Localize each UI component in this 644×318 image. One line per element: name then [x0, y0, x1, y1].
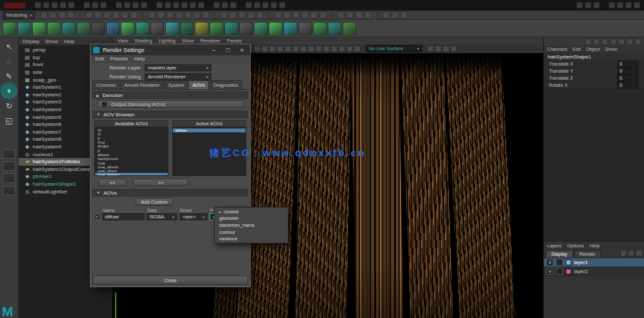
move-left-button[interactable]: << [98, 179, 127, 186]
denoiser-checkbox-row[interactable]: Output Denoising AOVs [97, 100, 244, 108]
statusline-icon[interactable] [85, 12, 93, 19]
titlebar-icon[interactable] [593, 2, 600, 8]
titlebar-icon[interactable] [100, 2, 107, 8]
viewport-toolbar-icon[interactable] [346, 46, 353, 52]
shelf-icon[interactable] [76, 22, 90, 35]
viewport-toolbar-icon[interactable] [277, 46, 283, 52]
aov-driver-dropdown[interactable]: <exr> ▾ [179, 213, 208, 220]
statusline-icon[interactable] [247, 12, 255, 19]
live-surface-dropdown[interactable]: No Live Surface ▾ [366, 45, 422, 52]
panel-toolbar-icon[interactable] [618, 39, 625, 45]
channel-row[interactable]: Translate Z0 [544, 75, 644, 82]
channelbox-menu-item[interactable]: Edit [573, 46, 581, 52]
outliner-menu-item[interactable]: Help [64, 39, 74, 44]
layer-editor-icon[interactable] [620, 250, 627, 256]
shelf-icon[interactable] [343, 22, 356, 35]
denoiser-section-header[interactable]: ▶ Denoiser [93, 91, 248, 99]
viewport-toolbar-icon[interactable] [354, 46, 361, 52]
panel-toolbar-icon[interactable] [593, 39, 600, 45]
layer-menu-item[interactable]: Layers [547, 243, 562, 249]
dialog-tab-arnold-renderer[interactable]: Arnold Renderer [120, 80, 163, 89]
layer-playback-toggle[interactable] [556, 259, 563, 266]
statusline-icon[interactable] [40, 12, 48, 19]
titlebar-icon[interactable] [181, 2, 188, 8]
statusline-icon[interactable] [346, 12, 353, 19]
statusline-icon[interactable] [112, 12, 120, 19]
titlebar-icon[interactable] [577, 2, 583, 8]
viewport-toolbar-icon[interactable] [254, 46, 260, 52]
viewport-toolbar-icon[interactable] [443, 46, 449, 52]
statusline-icon[interactable] [175, 12, 183, 19]
viewport-toolbar-icon[interactable] [292, 46, 299, 52]
titlebar-icon[interactable] [213, 2, 220, 8]
shelf-icon[interactable] [150, 22, 164, 35]
statusline-icon[interactable] [103, 12, 111, 19]
shelf-icon[interactable] [328, 22, 341, 35]
viewport-toolbar-icon[interactable] [331, 46, 337, 52]
statusline-icon[interactable] [49, 12, 57, 19]
aov-data-dropdown[interactable]: RGBA ▾ [147, 213, 177, 220]
viewport-toolbar-icon[interactable] [269, 46, 276, 52]
viewport-toolbar-icon[interactable] [308, 46, 314, 52]
available-aov-list[interactable]: IDNPPrefRGBAZalbedobackgroundcoatcoat_al… [94, 127, 168, 176]
channelbox-menu-item[interactable]: Channels [547, 46, 568, 52]
layer-row[interactable]: Vlayer1 [544, 258, 644, 267]
statusline-icon[interactable] [319, 12, 326, 19]
viewport-menu-item[interactable]: Panels [227, 38, 242, 44]
shelf-icon[interactable] [136, 22, 149, 35]
panel-toolbar-icon[interactable] [602, 39, 608, 45]
aov-name-field[interactable]: diffuse [102, 213, 145, 220]
viewport-menu-item[interactable]: Shading [134, 38, 152, 44]
viewport-toolbar-icon[interactable] [316, 46, 322, 52]
viewport-menu-item[interactable]: View [118, 38, 128, 44]
paint-select-tool[interactable]: ✎ [2, 69, 16, 83]
titlebar-icon[interactable] [165, 2, 171, 8]
aov-list-item[interactable]: coat_indirect [95, 173, 168, 176]
shelf-icon[interactable] [269, 22, 282, 35]
panel-layout-button[interactable] [3, 149, 15, 159]
dialog-tab-diagnostics[interactable]: Diagnostics [210, 80, 242, 89]
titlebar-icon[interactable] [190, 2, 196, 8]
channelbox-menu-item[interactable]: Show [605, 46, 617, 52]
statusline-icon[interactable] [94, 12, 102, 19]
statusline-icon[interactable] [220, 12, 228, 19]
viewport-toolbar-icon[interactable] [427, 46, 434, 52]
titlebar-icon[interactable] [222, 2, 228, 8]
statusline-icon[interactable] [391, 12, 398, 19]
shelf-icon[interactable] [283, 22, 297, 35]
viewport-toolbar-icon[interactable] [262, 46, 268, 52]
layer-playback-toggle[interactable] [556, 268, 563, 275]
maximize-button[interactable]: □ [222, 46, 233, 54]
popup-menu-item[interactable]: variance [215, 235, 288, 242]
layer-visibility-toggle[interactable]: V [546, 268, 553, 275]
popup-menu-item[interactable]: contour [215, 229, 288, 236]
layer-tab-render[interactable]: Render [574, 250, 602, 258]
layer-tab-display[interactable]: Display [546, 250, 573, 258]
shelf-icon[interactable] [224, 22, 238, 35]
layer-menu-item[interactable]: Options [568, 243, 584, 249]
minimize-button[interactable]: – [208, 46, 219, 54]
panel-layout-button[interactable] [3, 186, 15, 195]
channelbox-menu-item[interactable]: Object [586, 46, 600, 52]
select-tool[interactable]: ↖ [2, 40, 16, 53]
shelf-icon[interactable] [32, 22, 46, 35]
shelf-icon[interactable] [313, 22, 326, 35]
layer-color-swatch[interactable] [566, 269, 571, 274]
channel-row[interactable]: Rotate X0 [544, 82, 644, 89]
shelf-icon[interactable] [17, 22, 31, 35]
shelf-icon[interactable] [195, 22, 208, 35]
titlebar-icon[interactable] [92, 2, 98, 8]
statusline-icon[interactable] [67, 12, 75, 19]
move-right-button[interactable]: >> [133, 179, 188, 186]
viewport-toolbar-icon[interactable] [323, 46, 330, 52]
rotate-tool[interactable]: ↻ [2, 99, 16, 112]
aov-browser-section-header[interactable]: ▼ AOV Browser [93, 110, 248, 118]
statusline-icon[interactable] [202, 12, 210, 19]
move-tool[interactable]: + [2, 84, 16, 98]
outliner-menu-item[interactable]: Show [45, 39, 58, 44]
titlebar-icon[interactable] [43, 2, 49, 8]
channel-row[interactable]: Translate Y0 [544, 67, 644, 75]
statusline-icon[interactable] [355, 12, 362, 19]
viewport-toolbar-icon[interactable] [451, 46, 457, 52]
shelf-icon[interactable] [121, 22, 134, 35]
